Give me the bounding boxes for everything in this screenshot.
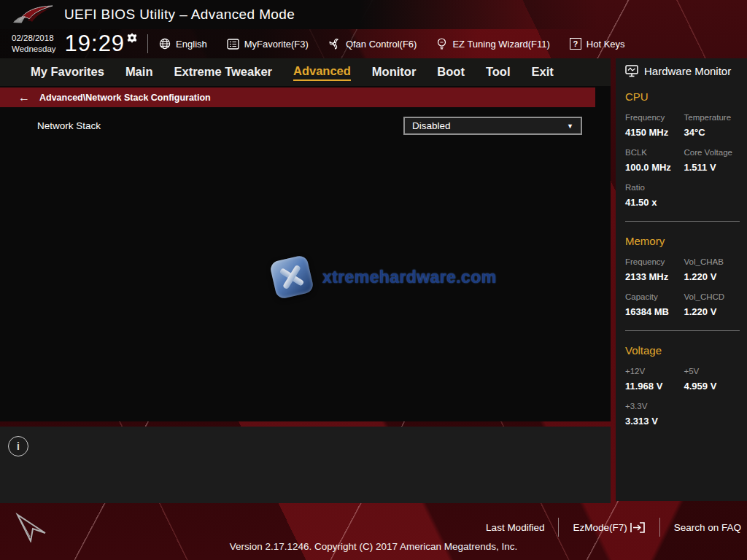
hm-cell: +12V 11.968 V xyxy=(625,367,683,392)
tab-extreme-tweaker[interactable]: Extreme Tweaker xyxy=(174,65,272,80)
language-button[interactable]: English xyxy=(159,38,207,50)
hm-label: +5V xyxy=(684,367,742,376)
hot-keys-label: Hot Keys xyxy=(587,39,625,50)
hm-label: Core Voltage xyxy=(684,148,742,157)
back-arrow-icon[interactable]: ← xyxy=(18,91,30,104)
hm-label: Capacity xyxy=(625,292,683,301)
info-icon: i xyxy=(8,436,28,456)
breadcrumb-path: Advanced\Network Stack Configuration xyxy=(39,93,211,103)
hm-cell: Frequency 2133 MHz xyxy=(625,257,683,282)
network-stack-label: Network Stack xyxy=(37,120,101,131)
bios-screen: UEFI BIOS Utility – Advanced Mode 02/28/… xyxy=(0,0,747,560)
hm-label: Ratio xyxy=(625,183,685,192)
section-title-memory: Memory xyxy=(625,235,743,247)
search-on-faq-button[interactable]: Search on FAQ xyxy=(674,522,741,533)
hm-value: 16384 MB xyxy=(625,306,683,317)
qfan-control-button[interactable]: Qfan Control(F6) xyxy=(328,38,417,50)
date-text: 02/28/2018 xyxy=(12,33,56,44)
tab-exit[interactable]: Exit xyxy=(532,65,554,80)
last-modified-button[interactable]: Last Modified xyxy=(486,522,544,533)
tab-main[interactable]: Main xyxy=(125,65,153,80)
hm-row: Frequency 2133 MHz Vol_CHAB 1.220 V xyxy=(625,257,743,282)
day-text: Wednesday xyxy=(12,44,56,55)
hm-row: Ratio 41.50 x xyxy=(625,183,743,208)
section-title-cpu: CPU xyxy=(625,90,743,103)
tab-boot[interactable]: Boot xyxy=(437,65,465,80)
ezmode-icon xyxy=(630,521,646,534)
ezmode-button[interactable]: EzMode(F7) xyxy=(573,521,645,534)
network-stack-dropdown[interactable]: Disabled ▼ xyxy=(403,117,582,135)
footer-divider xyxy=(558,518,559,537)
hm-value: 1.220 V xyxy=(684,306,742,317)
section-divider xyxy=(625,330,740,331)
tab-monitor[interactable]: Monitor xyxy=(372,65,416,80)
main-menu-bar: My Favorites Main Extreme Tweaker Advanc… xyxy=(0,58,611,86)
hardware-monitor-header: Hardware Monitor xyxy=(625,65,743,77)
hm-value: 11.968 V xyxy=(625,381,683,392)
fan-icon xyxy=(328,38,341,50)
hardware-monitor-panel: Hardware Monitor CPU Frequency 4150 MHz … xyxy=(616,58,747,501)
hm-value: 4.959 V xyxy=(684,381,742,392)
hm-label: BCLK xyxy=(625,148,683,157)
quickbar-divider xyxy=(147,34,148,53)
hm-row: BCLK 100.0 MHz Core Voltage 1.511 V xyxy=(625,148,743,173)
tab-advanced[interactable]: Advanced xyxy=(293,64,351,81)
hm-cell: BCLK 100.0 MHz xyxy=(625,148,683,173)
hm-label: Temperature xyxy=(684,113,742,122)
help-panel: i xyxy=(0,427,611,503)
tab-my-favorites[interactable]: My Favorites xyxy=(31,65,104,80)
section-divider xyxy=(625,221,740,222)
app-title: UEFI BIOS Utility – Advanced Mode xyxy=(64,7,295,23)
date-block: 02/28/2018 Wednesday xyxy=(12,33,56,55)
hm-value: 1.511 V xyxy=(684,162,742,173)
content-area xyxy=(0,86,611,421)
hm-value: 100.0 MHz xyxy=(625,162,683,173)
hm-label: Frequency xyxy=(625,257,683,266)
language-label: English xyxy=(176,39,207,50)
hm-label: Vol_CHAB xyxy=(684,257,742,266)
quick-access-bar: 02/28/2018 Wednesday 19:29 xyxy=(0,29,747,58)
top-bar: UEFI BIOS Utility – Advanced Mode 02/28/… xyxy=(0,0,747,58)
hardware-monitor-title: Hardware Monitor xyxy=(644,65,731,77)
version-text: Version 2.17.1246. Copyright (C) 2017 Am… xyxy=(0,541,747,552)
hm-value: 1.220 V xyxy=(684,271,742,282)
hm-cell: Core Voltage 1.511 V xyxy=(684,148,742,173)
hm-label: +3.3V xyxy=(625,402,685,411)
footer-divider xyxy=(659,518,660,537)
hm-cell: Temperature 34°C xyxy=(684,113,742,138)
watermark-x-icon xyxy=(269,254,314,300)
gear-icon[interactable] xyxy=(127,33,137,43)
ezmode-label: EzMode(F7) xyxy=(573,522,627,533)
breadcrumb: ← Advanced\Network Stack Configuration xyxy=(0,88,595,107)
hm-cell: Ratio 41.50 x xyxy=(625,183,685,208)
qfan-label: Qfan Control(F6) xyxy=(346,39,417,50)
hm-row: Frequency 4150 MHz Temperature 34°C xyxy=(625,113,743,138)
hm-value: 34°C xyxy=(684,127,742,138)
rog-arrow-logo-icon xyxy=(13,509,47,542)
hm-label: Frequency xyxy=(625,113,683,122)
hot-keys-button[interactable]: ? Hot Keys xyxy=(570,38,625,50)
globe-icon xyxy=(159,38,171,50)
my-favorite-label: MyFavorite(F3) xyxy=(244,39,309,50)
chevron-down-icon: ▼ xyxy=(567,122,573,130)
question-box-icon: ? xyxy=(570,38,581,50)
hm-row: +12V 11.968 V +5V 4.959 V xyxy=(625,367,743,392)
hm-value: 4150 MHz xyxy=(625,127,683,138)
lightbulb-icon xyxy=(436,38,447,50)
hm-value: 3.313 V xyxy=(625,416,685,427)
watermark-text: xtremehardware.com xyxy=(322,268,497,287)
tab-tool[interactable]: Tool xyxy=(486,65,511,80)
hm-label: Vol_CHCD xyxy=(684,292,742,301)
clock-time: 19:29 xyxy=(65,31,125,57)
hm-value: 2133 MHz xyxy=(625,271,683,282)
my-favorite-button[interactable]: MyFavorite(F3) xyxy=(227,39,309,50)
hm-cell: Frequency 4150 MHz xyxy=(625,113,683,138)
footer-links: Last Modified EzMode(F7) Search on FAQ xyxy=(486,517,741,537)
ez-tuning-label: EZ Tuning Wizard(F11) xyxy=(452,39,549,50)
rog-logo-icon xyxy=(12,4,54,26)
hm-value: 41.50 x xyxy=(625,197,685,208)
ez-tuning-wizard-button[interactable]: EZ Tuning Wizard(F11) xyxy=(436,38,549,50)
section-title-voltage: Voltage xyxy=(625,344,743,357)
hm-cell: Vol_CHCD 1.220 V xyxy=(684,292,742,317)
hm-label: +12V xyxy=(625,367,683,376)
